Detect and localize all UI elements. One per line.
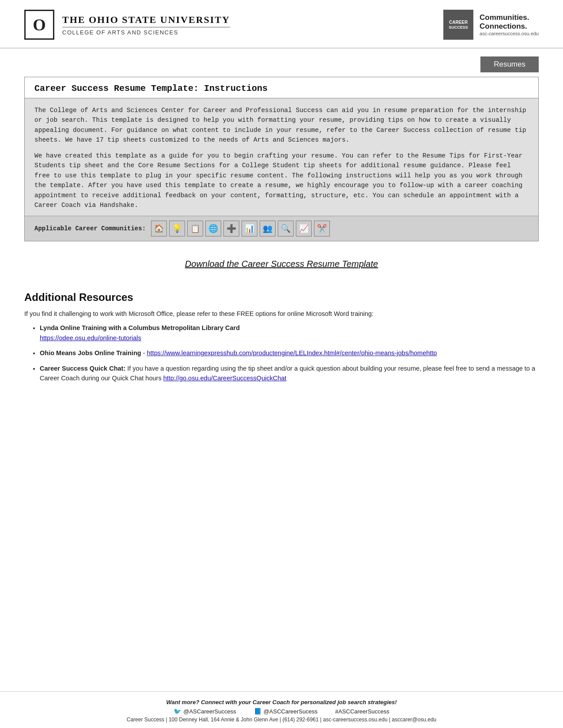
list-item: Lynda Online Training with a Columbus Me… [40,323,539,343]
community-icon-1: 🏠 [151,221,167,236]
university-name: The Ohio State University [62,14,230,27]
resource-link-2[interactable]: https://www.learningexpresshub.com/produ… [147,349,437,356]
community-icon-2: 💡 [169,221,185,236]
footer: Want more? Connect with your Career Coac… [0,691,563,728]
main-box-body: The College of Arts and Sciences Center … [25,98,538,216]
community-icons: 🏠 💡 📋 🌐 ➕ 📊 👥 🔍 📈 ✂️ [151,221,330,236]
community-icon-5: ➕ [223,221,239,236]
hashtag: #ASCCareerSuccess [335,708,389,715]
twitter-handle: @ASCareerSuccess [183,708,236,715]
resource-bold-1: Lynda Online Training with a Columbus Me… [40,324,240,331]
resumes-tab: Resumes [480,56,539,72]
communities-row: Applicable Career Communities: 🏠 💡 📋 🌐 ➕… [25,216,538,241]
resumes-tab-container: Resumes [0,56,563,72]
community-icon-4: 🌐 [205,221,221,236]
career-success-badge: CAREER SUCCESS [443,10,473,40]
tagline-communities: Communities. [480,13,539,22]
osu-logo: O [24,10,54,40]
community-icon-6: 📊 [242,221,257,236]
intro-paragraph-1: The College of Arts and Sciences Center … [34,105,529,145]
community-icon-8: 🔍 [278,221,294,236]
footer-facebook: 📘 @ASCCareerSucess [254,708,317,715]
footer-tagline: Want more? Connect with your Career Coac… [24,699,539,705]
tagline-url: asc-careersuccess.osu.edu [480,31,539,36]
footer-address: Career Success | 100 Denney Hall, 164 An… [24,717,539,723]
tagline-connections: Connections. [480,22,539,31]
community-icon-9: 📈 [296,221,312,236]
twitter-icon: 🐦 [174,708,181,715]
list-item: Ohio Means Jobs Online Training - https:… [40,348,539,358]
facebook-icon: 📘 [254,708,261,715]
resource-link-3[interactable]: http://go.osu.edu/CareerSuccessQuickChat [163,375,287,382]
main-content-box: Career Success Resume Template: Instruct… [24,77,539,241]
additional-resources: Additional Resources If you find it chal… [24,291,539,389]
community-icon-7: 👥 [260,221,276,236]
header-right: CAREER SUCCESS Communities. Connections.… [443,10,539,40]
community-icon-3: 📋 [187,221,203,236]
header-tagline: Communities. Connections. asc-careersucc… [480,13,539,36]
resources-intro: If you find it challenging to work with … [24,309,539,319]
main-box-title: Career Success Resume Template: Instruct… [25,77,538,98]
resource-bold-2: Ohio Means Jobs Online Training [40,349,141,356]
college-name: College of Arts and Sciences [62,29,230,36]
download-section: Download the Career Success Resume Templ… [24,259,539,269]
footer-twitter: 🐦 @ASCareerSuccess [174,708,236,715]
additional-resources-heading: Additional Resources [24,291,539,304]
header-left: O The Ohio State University College of A… [24,10,230,40]
community-icon-10: ✂️ [314,221,330,236]
list-item: Career Success Quick Chat: If you have a… [40,364,539,383]
footer-tagline-text: Want more? Connect with your Career Coac… [166,699,397,705]
header: O The Ohio State University College of A… [0,0,563,49]
download-link[interactable]: Download the Career Success Resume Templ… [185,259,378,269]
communities-label: Applicable Career Communities: [34,225,146,232]
osu-name-block: The Ohio State University College of Art… [62,14,230,36]
facebook-handle: @ASCCareerSucess [264,708,317,715]
resource-bold-3: Career Success Quick Chat: [40,365,125,372]
resource-link-1[interactable]: https://odee.osu.edu/online-tutorials [40,334,141,341]
footer-hashtag: #ASCCareerSuccess [335,708,389,715]
intro-paragraph-2: We have created this template as a guide… [34,151,529,210]
resources-list: Lynda Online Training with a Columbus Me… [24,323,539,383]
footer-social: 🐦 @ASCareerSuccess 📘 @ASCCareerSucess #A… [24,708,539,715]
resource-text-2: - [143,349,147,356]
